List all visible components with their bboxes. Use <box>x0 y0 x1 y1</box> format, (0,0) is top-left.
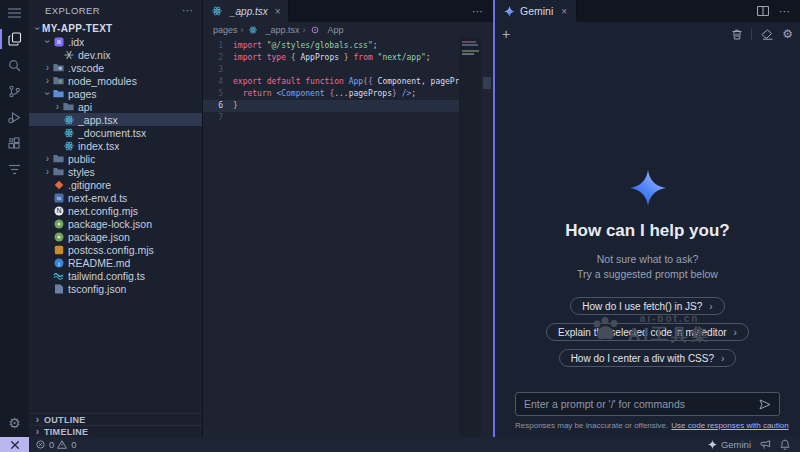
code-text <box>233 64 459 76</box>
breadcrumb-separator: › <box>241 25 244 35</box>
suggested-prompt-2[interactable]: Explain the selected code in my editor› <box>546 323 749 341</box>
tab-gemini[interactable]: Gemini × <box>495 0 577 22</box>
feedback-icon[interactable] <box>760 440 771 450</box>
extensions-icon[interactable] <box>0 130 29 156</box>
remote-indicator[interactable] <box>0 437 29 452</box>
prompt-input[interactable] <box>524 398 753 410</box>
editor-more-actions-icon[interactable]: ⋯ <box>472 5 493 18</box>
chevron-icon[interactable]: › <box>43 63 52 72</box>
tree-item-dev-nix[interactable]: dev.nix <box>29 48 202 61</box>
tree-item-next-env-d-ts[interactable]: tsnext-env.d.ts <box>29 191 202 204</box>
prompt-label: Explain the selected code in my editor <box>558 327 726 338</box>
gemini-status-item[interactable]: Gemini <box>708 439 751 450</box>
disclaimer-text: Responses may be inaccurate or offensive… <box>515 421 668 430</box>
bell-icon[interactable] <box>780 439 790 450</box>
code-line-7[interactable]: 7 <box>203 112 459 124</box>
tree-item-package-lock-json[interactable]: package-lock.json <box>29 217 202 230</box>
idx-ports-icon[interactable] <box>0 156 29 182</box>
line-number: 6 <box>203 100 233 112</box>
tree-item-node-modules[interactable]: ›node_modules <box>29 74 202 87</box>
disclaimer: Responses may be inaccurate or offensive… <box>495 416 800 437</box>
source-control-icon[interactable] <box>0 78 29 104</box>
code-line-1[interactable]: 1import "@/styles/globals.css"; <box>203 40 459 52</box>
run-debug-icon[interactable] <box>0 104 29 130</box>
tab-app-tsx[interactable]: _app.tsx × <box>203 0 289 22</box>
explorer-more-icon[interactable]: ⋯ <box>182 4 194 17</box>
tree-item--vscode[interactable]: ›.vscode <box>29 61 202 74</box>
code-text: return <Component {...pageProps} />; <box>233 88 459 100</box>
tree-item-next-config-mjs[interactable]: Nnext.config.mjs <box>29 204 202 217</box>
chevron-icon[interactable]: › <box>53 102 62 111</box>
folder-gear-icon <box>52 62 65 74</box>
tree-item-readme-md[interactable]: iREADME.md <box>29 256 202 269</box>
chevron-icon[interactable]: › <box>43 89 52 98</box>
code-line-6[interactable]: 6} <box>203 100 459 112</box>
split-editor-icon[interactable] <box>757 6 769 16</box>
tree-item--document-tsx[interactable]: _document.tsx <box>29 126 202 139</box>
tree-item-my-app-text[interactable]: ›MY-APP-TEXT <box>29 22 202 35</box>
chevron-icon[interactable]: › <box>33 24 42 33</box>
tree-item-label: .idx <box>68 36 84 48</box>
svg-text:ts: ts <box>56 195 61 201</box>
gemini-settings-icon[interactable]: ⚙ <box>782 29 793 39</box>
tree-item-index-tsx[interactable]: index.tsx <box>29 139 202 152</box>
tree-item--gitignore[interactable]: .gitignore <box>29 178 202 191</box>
chevron-icon[interactable]: › <box>43 37 52 46</box>
prompt-input-box[interactable] <box>515 392 780 416</box>
code-editor[interactable]: 1import "@/styles/globals.css";2import t… <box>203 37 493 437</box>
eraser-icon[interactable] <box>761 29 773 40</box>
info-icon: i <box>52 257 65 269</box>
tree-item-postcss-config-mjs[interactable]: postcss.config.mjs <box>29 243 202 256</box>
outline-section[interactable]: › OUTLINE <box>29 413 202 425</box>
tab-close-icon[interactable]: × <box>561 6 567 17</box>
line-number: 7 <box>203 112 233 124</box>
tree-item-public[interactable]: ›public <box>29 152 202 165</box>
chevron-icon[interactable]: › <box>43 167 52 176</box>
tree-item-tailwind-config-ts[interactable]: tailwind.config.ts <box>29 269 202 282</box>
react-icon <box>210 5 223 17</box>
panel-more-icon[interactable]: ⋯ <box>779 5 791 18</box>
tsconfig-icon <box>52 283 65 295</box>
chevron-icon[interactable]: › <box>43 76 52 85</box>
tree-item-label: node_modules <box>68 75 137 87</box>
settings-gear-icon[interactable]: ⚙ <box>8 409 21 437</box>
code-line-2[interactable]: 2import type { AppProps } from "next/app… <box>203 52 459 64</box>
tree-item--app-tsx[interactable]: _app.tsx <box>29 113 202 126</box>
gemini-star-icon <box>708 440 717 449</box>
minimap[interactable] <box>459 37 481 437</box>
tree-item--idx[interactable]: ›.idx <box>29 35 202 48</box>
timeline-section[interactable]: › TIMELINE <box>29 425 202 437</box>
suggested-prompt-1[interactable]: How do I use fetch() in JS?› <box>570 297 724 315</box>
warning-icon <box>57 440 67 449</box>
problems-status[interactable]: 0 0 <box>29 439 77 450</box>
code-line-4[interactable]: 4export default function App({ Component… <box>203 76 459 88</box>
chevron-icon[interactable]: › <box>43 154 52 163</box>
send-icon[interactable] <box>759 399 771 410</box>
editor-scrollbar[interactable] <box>481 37 493 437</box>
breadcrumb-file[interactable]: _app.tsx <box>266 25 300 35</box>
tree-item-label: next.config.mjs <box>68 205 138 217</box>
disclaimer-link[interactable]: Use code responses with caution <box>671 421 788 430</box>
tree-item-pages[interactable]: ›pages <box>29 87 202 100</box>
tree-item-api[interactable]: ›api <box>29 100 202 113</box>
tree-item-styles[interactable]: ›styles <box>29 165 202 178</box>
breadcrumb-symbol[interactable]: App <box>328 25 344 35</box>
new-chat-icon[interactable]: + <box>502 26 510 42</box>
explorer-icon[interactable] <box>0 26 29 52</box>
chevron-right-icon: › <box>33 415 42 424</box>
tree-item-package-json[interactable]: package.json <box>29 230 202 243</box>
menu-icon[interactable] <box>0 0 29 26</box>
code-line-5[interactable]: 5 return <Component {...pageProps} />; <box>203 88 459 100</box>
search-icon[interactable] <box>0 52 29 78</box>
tree-item-label: index.tsx <box>78 140 119 152</box>
code-line-3[interactable]: 3 <box>203 64 459 76</box>
breadcrumb-folder[interactable]: pages <box>213 25 238 35</box>
idx-icon <box>52 36 65 48</box>
trash-icon[interactable] <box>732 29 742 40</box>
suggested-prompt-3[interactable]: How do I center a div with CSS?› <box>559 349 737 367</box>
scrollbar-thumb[interactable] <box>483 77 491 89</box>
toolbar-separator <box>751 28 752 40</box>
warning-count: 0 <box>71 439 76 450</box>
tree-item-tsconfig-json[interactable]: tsconfig.json <box>29 282 202 295</box>
tab-close-icon[interactable]: × <box>275 6 281 17</box>
